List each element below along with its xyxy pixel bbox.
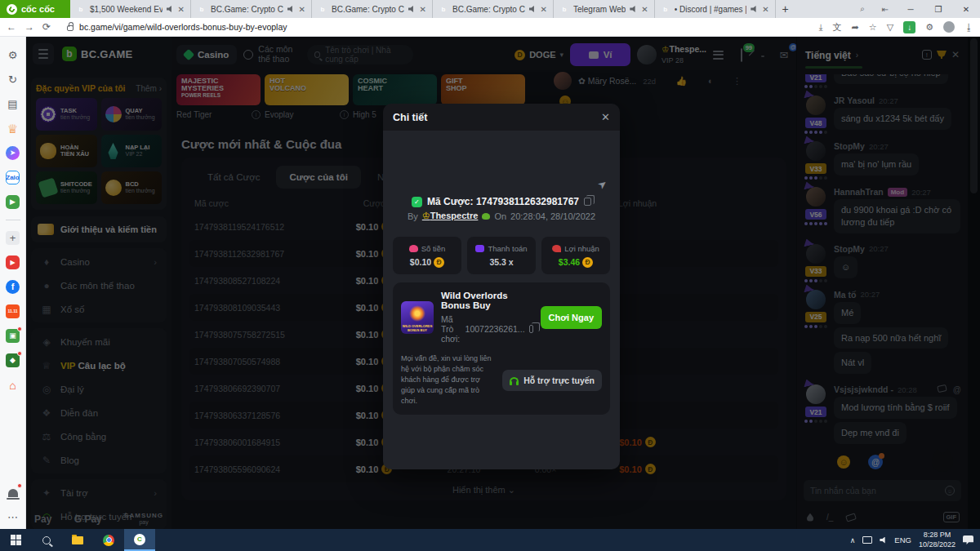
browser-tab[interactable]: b $1,500 Weekend Evoplay Mu ✕ — [70, 0, 191, 18]
verified-icon: ✓ — [412, 197, 422, 207]
screen: cốc cốc b $1,500 Weekend Evoplay Mu ✕ b … — [0, 0, 980, 551]
back-icon[interactable]: ← — [7, 21, 16, 33]
headset-icon — [510, 377, 519, 383]
sale-shop-icon[interactable]: 11.11 — [6, 304, 20, 318]
cart-icon[interactable]: ⌂ — [6, 378, 20, 392]
tab-search-icon[interactable]: ⌕ — [851, 0, 874, 18]
coccoc-brand[interactable]: cốc cốc — [0, 0, 70, 18]
network-icon[interactable] — [862, 536, 872, 544]
downloads-tray-icon[interactable]: ⭳ — [964, 22, 973, 32]
stat-card: Số tiền $0.10Đ — [393, 237, 461, 274]
notification-bell-icon[interactable] — [6, 486, 20, 500]
browser-tab[interactable]: b BC.Game: Crypto Casino ✕ — [191, 0, 312, 18]
bet-author-link[interactable]: ♔Thespectre — [422, 211, 479, 221]
tab-favicon: b — [318, 4, 327, 14]
clock[interactable]: 8:28 PM10/28/2022 — [919, 531, 956, 549]
coccoc-taskbar-icon[interactable]: C — [124, 529, 155, 551]
audio-icon — [167, 6, 174, 12]
copy-bet-id-icon[interactable] — [584, 198, 591, 206]
add-shortcut-icon[interactable]: + — [6, 231, 20, 245]
bookmark-star-icon[interactable]: ☆ — [869, 22, 877, 33]
audio-icon — [529, 6, 537, 12]
stat-card: Lợi nhuận $3.46Đ — [541, 237, 610, 274]
tab-title: • Discord | #games | BC G — [675, 5, 747, 14]
tray-expand-icon[interactable]: ∧ — [850, 536, 856, 544]
more-icon[interactable]: ⋯ — [6, 510, 20, 524]
bcgame-site: b BC.GAME Đặc quyền VIP của tôi Thêm › T… — [26, 37, 980, 529]
zalo-icon[interactable]: Zalo — [6, 171, 20, 184]
education-icon[interactable]: ◆ — [6, 353, 20, 367]
games-icon[interactable]: ▶ — [6, 195, 20, 209]
tab-favicon: b — [439, 4, 448, 14]
stat-icon — [409, 245, 418, 252]
save-page-icon[interactable]: ⤓ — [819, 22, 823, 33]
game-code: 10072236261... — [466, 324, 525, 334]
new-tab-button[interactable]: + — [776, 0, 795, 18]
copy-game-code-icon[interactable] — [529, 325, 533, 333]
tab-title: BC.Game: Crypto Casino Gam — [332, 5, 404, 14]
support-help-text: Mọi vấn đề, xin vui lòng liên hệ với bộ … — [401, 353, 496, 407]
tab-close-icon[interactable]: ✕ — [762, 5, 768, 14]
newsfeed-icon[interactable]: ▤ — [6, 97, 20, 111]
forward-icon[interactable]: → — [24, 21, 34, 33]
profile-avatar[interactable] — [943, 21, 955, 33]
url-text: bc.game/vi/game/wild-overlords-bonus-buy… — [79, 22, 287, 32]
translate-icon[interactable]: 文 — [833, 21, 842, 33]
live-support-button[interactable]: Hỗ trợ trực tuyến — [502, 370, 602, 391]
browser-tab[interactable]: b BC.Game: Crypto Casino Gan ✕ — [433, 0, 554, 18]
settings-gear-icon[interactable]: ⚙ — [6, 48, 20, 62]
tab-restore-icon[interactable]: ⇤ — [874, 0, 897, 18]
browser-tab[interactable]: b Telegram Web ✕ — [554, 0, 655, 18]
browser-tab[interactable]: b BC.Game: Crypto Casino Gam ✕ — [312, 0, 433, 18]
bet-details-modal: Chi tiết ✕ ➤ ✓ Mã Cược: 1747938112632981… — [383, 104, 620, 469]
audio-icon — [751, 6, 758, 12]
facebook-icon[interactable]: f — [6, 280, 20, 294]
bet-stats: Số tiền $0.10Đ Thanh toán 35.3 x Lợi nhu… — [393, 237, 610, 274]
tab-title: $1,500 Weekend Evoplay Mu — [90, 5, 163, 14]
tab-close-icon[interactable]: ✕ — [299, 5, 305, 14]
share-bet-icon[interactable]: ➤ — [595, 176, 610, 192]
modal-title: Chi tiết — [393, 112, 427, 123]
maximize-button[interactable]: ❐ — [924, 0, 952, 18]
crown-rewards-icon[interactable]: ♕ — [6, 122, 20, 136]
tab-close-icon[interactable]: ✕ — [541, 5, 547, 14]
action-center-icon[interactable] — [963, 535, 973, 544]
bet-id: 1747938112632981767 — [476, 196, 579, 207]
youtube-icon[interactable]: ▶ — [6, 256, 20, 269]
modal-close-icon[interactable]: ✕ — [601, 111, 610, 123]
tab-close-icon[interactable]: ✕ — [178, 5, 185, 14]
adblock-shield-icon[interactable]: ▽ — [887, 22, 893, 33]
chrome-icon[interactable] — [93, 529, 124, 551]
share-icon[interactable]: ➦ — [852, 22, 859, 33]
extensions-icon[interactable]: ⚙ — [925, 22, 933, 33]
frog-emoji — [482, 213, 490, 220]
url-bar[interactable]: bc.game/vi/game/wild-overlords-bonus-buy… — [59, 20, 811, 34]
rail-divider — [6, 220, 20, 220]
tab-close-icon[interactable]: ✕ — [641, 5, 648, 14]
play-now-button[interactable]: Chơi Ngay — [541, 306, 603, 329]
stat-card: Thanh toán 35.3 x — [467, 237, 536, 274]
history-icon[interactable]: ↻ — [6, 73, 20, 87]
file-explorer-icon[interactable] — [62, 529, 93, 551]
game-thumbnail[interactable]: WILD OVERLORDS BONUS BUY — [401, 301, 434, 334]
tab-favicon: b — [661, 4, 670, 14]
download-button[interactable]: ↓ — [903, 21, 915, 33]
browser-tab[interactable]: b • Discord | #games | BC G ✕ — [655, 0, 776, 18]
coin-icon: Đ — [434, 257, 444, 268]
browser-addressbar: ← → ⟳ bc.game/vi/game/wild-overlords-bon… — [0, 18, 980, 37]
volume-icon[interactable] — [880, 537, 887, 544]
tab-close-icon[interactable]: ✕ — [420, 5, 426, 14]
game-card: WILD OVERLORDS BONUS BUY Wild Overlords … — [393, 282, 610, 415]
brand-label: cốc cốc — [21, 4, 55, 14]
reload-icon[interactable]: ⟳ — [42, 21, 51, 33]
minimize-button[interactable]: ─ — [897, 0, 924, 18]
language-indicator[interactable]: ENG — [894, 535, 911, 544]
coccoc-logo-icon — [7, 4, 17, 15]
messenger-icon[interactable]: ➤ — [6, 146, 20, 160]
gift-icon[interactable]: ▣ — [6, 329, 20, 343]
start-button[interactable] — [0, 529, 31, 551]
game-title: Wild Overlords Bonus Buy — [441, 291, 533, 310]
taskbar-search-icon[interactable] — [31, 529, 62, 551]
stat-icon — [552, 245, 561, 252]
close-button[interactable]: ✕ — [952, 0, 980, 18]
